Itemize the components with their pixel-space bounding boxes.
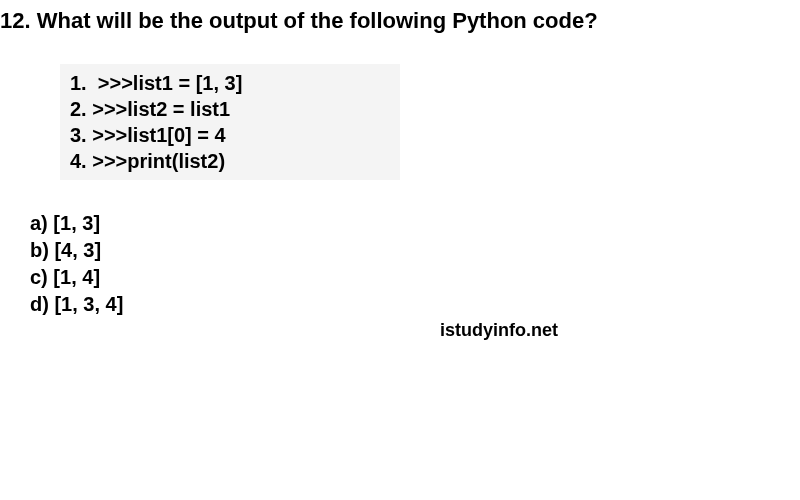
- option-d[interactable]: d) [1, 3, 4]: [30, 291, 800, 318]
- option-text: [4, 3]: [54, 239, 101, 261]
- option-text: [1, 3, 4]: [54, 293, 123, 315]
- option-label: d): [30, 293, 49, 315]
- code-block: 1. >>>list1 = [1, 3] 2. >>>list2 = list1…: [60, 64, 400, 180]
- option-text: [1, 3]: [53, 212, 100, 234]
- option-b[interactable]: b) [4, 3]: [30, 237, 800, 264]
- code-line-content: >>>list1 = [1, 3]: [98, 72, 243, 94]
- code-line-content: >>>print(list2): [92, 150, 225, 172]
- question-heading: 12. What will be the output of the follo…: [0, 0, 800, 34]
- question-number: 12.: [0, 8, 31, 33]
- option-label: a): [30, 212, 48, 234]
- code-line: 4. >>>print(list2): [70, 148, 390, 174]
- code-line-content: >>>list1[0] = 4: [92, 124, 225, 146]
- option-a[interactable]: a) [1, 3]: [30, 210, 800, 237]
- code-line-number: 3.: [70, 124, 87, 146]
- options-list: a) [1, 3] b) [4, 3] c) [1, 4] d) [1, 3, …: [30, 210, 800, 318]
- question-text: What will be the output of the following…: [37, 8, 598, 33]
- code-line: 1. >>>list1 = [1, 3]: [70, 70, 390, 96]
- option-text: [1, 4]: [53, 266, 100, 288]
- code-line-number: 1.: [70, 72, 87, 94]
- code-line: 2. >>>list2 = list1: [70, 96, 390, 122]
- option-label: c): [30, 266, 48, 288]
- code-line-number: 4.: [70, 150, 87, 172]
- code-line: 3. >>>list1[0] = 4: [70, 122, 390, 148]
- code-line-content: >>>list2 = list1: [92, 98, 230, 120]
- option-label: b): [30, 239, 49, 261]
- watermark: istudyinfo.net: [440, 320, 558, 341]
- code-line-number: 2.: [70, 98, 87, 120]
- option-c[interactable]: c) [1, 4]: [30, 264, 800, 291]
